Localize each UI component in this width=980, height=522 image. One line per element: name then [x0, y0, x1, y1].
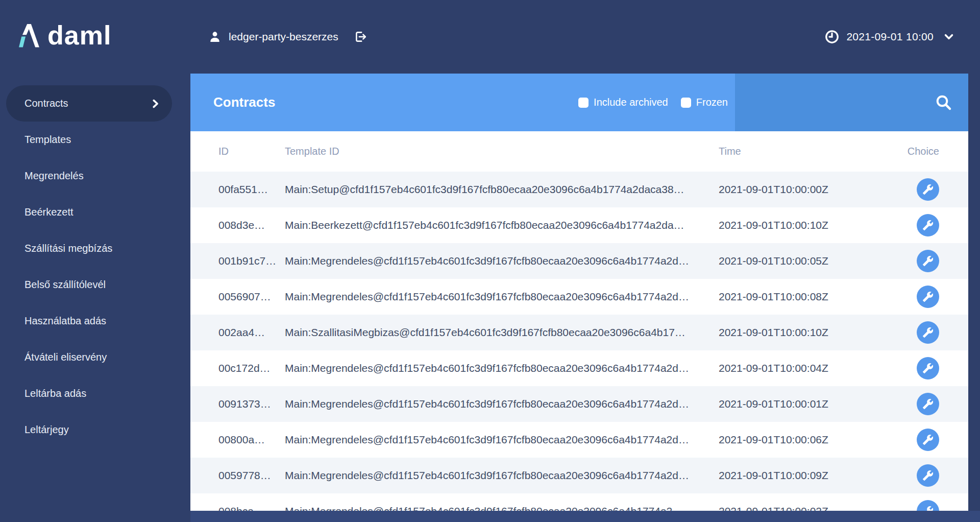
contract-time: 2021-09-01T10:00:00Z: [719, 183, 917, 196]
sidebar-item-label: Szállítási megbízás: [24, 243, 112, 254]
contract-template-id: Main:Megrendeles@cfd1f157eb4c601fc3d9f16…: [285, 291, 719, 303]
sidebar-item-label: Átváteli eliservény: [24, 351, 107, 363]
contract-id: 0056907…: [218, 291, 285, 303]
wrench-icon: [922, 220, 934, 231]
contract-time: 2021-09-01T10:00:02Z: [719, 505, 917, 511]
contracts-panel: Contracts Include archived Frozen: [190, 74, 968, 511]
sidebar-item[interactable]: Belső szállítólevél: [0, 267, 190, 303]
table-row[interactable]: 00fa551… Main:Setup@cfd1f157eb4c601fc3d9…: [190, 172, 968, 207]
sidebar-item-label: Megrendelés: [24, 170, 84, 182]
wrench-icon: [922, 506, 934, 511]
filter-checkbox[interactable]: Frozen: [681, 97, 728, 108]
chevron-right-icon: [150, 98, 161, 110]
contract-template-id: Main:Megrendeles@cfd1f157eb4c601fc3d9f16…: [285, 469, 719, 482]
sidebar-nav: Contracts Templates Megrendelés Beérkeze…: [0, 85, 190, 448]
choice-wrench-button[interactable]: [917, 250, 939, 272]
contract-template-id: Main:Megrendeles@cfd1f157eb4c601fc3d9f16…: [285, 398, 719, 410]
page-title: Contracts: [190, 74, 578, 131]
col-header-time: Time: [719, 146, 917, 157]
sidebar-item-label: Használatba adás: [24, 315, 106, 327]
table-row[interactable]: 002aa4… Main:SzallitasiMegbizas@cfd1f157…: [190, 315, 968, 350]
logo-wordmark: daml: [47, 22, 111, 49]
contracts-header-band: Contracts Include archived Frozen: [190, 74, 968, 131]
wrench-icon: [922, 363, 934, 374]
contract-id: 001b91c7…: [218, 255, 285, 267]
sidebar-item[interactable]: Templates: [0, 122, 190, 158]
checkbox-box[interactable]: [681, 98, 691, 108]
clock-icon: [824, 29, 840, 44]
sidebar-item[interactable]: Használatba adás: [0, 303, 190, 339]
checkbox-box[interactable]: [578, 98, 589, 108]
contract-id: 0091373…: [218, 398, 285, 410]
table-header: ID Template ID Time Choice: [190, 131, 968, 172]
sidebar-item[interactable]: Megrendelés: [0, 158, 190, 194]
contract-template-id: Main:Megrendeles@cfd1f157eb4c601fc3d9f16…: [285, 255, 719, 267]
person-icon: [208, 30, 222, 43]
contract-template-id: Main:Setup@cfd1f157eb4c601fc3d9f167fcfb8…: [285, 183, 719, 196]
bottom-scroll-strip: [190, 511, 980, 522]
sidebar-item[interactable]: Átváteli eliservény: [0, 339, 190, 375]
contract-time: 2021-09-01T10:00:06Z: [719, 434, 917, 446]
filter-label: Frozen: [696, 97, 728, 108]
sidebar-item-label: Templates: [24, 134, 71, 146]
table-row[interactable]: 0091373… Main:Megrendeles@cfd1f157eb4c60…: [190, 386, 968, 422]
contracts-table-body: 00fa551… Main:Setup@cfd1f157eb4c601fc3d9…: [190, 172, 968, 511]
sign-out-icon[interactable]: [354, 30, 367, 43]
col-header-id: ID: [218, 146, 285, 157]
app-root: { "colors": { "navy": "#2f3f6a", "navy_d…: [0, 0, 980, 522]
wrench-icon: [922, 327, 934, 338]
contract-template-id: Main:Megrendeles@cfd1f157eb4c601fc3d9f16…: [285, 505, 719, 511]
sidebar-item-label: Beérkezett: [24, 206, 74, 218]
table-row[interactable]: 0059778… Main:Megrendeles@cfd1f157eb4c60…: [190, 458, 968, 493]
contract-time: 2021-09-01T10:00:09Z: [719, 469, 917, 482]
table-row[interactable]: 008bca… Main:Megrendeles@cfd1f157eb4c601…: [190, 493, 968, 511]
filter-label: Include archived: [594, 97, 668, 108]
contract-id: 00c172d…: [218, 362, 285, 374]
search-button[interactable]: [935, 93, 953, 112]
sidebar-item-label: Leltárba adás: [24, 388, 86, 399]
search-zone: [735, 74, 968, 131]
ledger-time-value: 2021-09-01 10:00: [846, 31, 934, 43]
sidebar-item-label: Leltárjegy: [24, 424, 69, 436]
wrench-icon: [922, 291, 934, 302]
wrench-icon: [922, 184, 934, 195]
sidebar-item[interactable]: Beérkezett: [0, 194, 190, 230]
sidebar-item-label: Belső szállítólevél: [24, 279, 106, 291]
choice-wrench-button[interactable]: [917, 393, 939, 415]
choice-wrench-button[interactable]: [917, 321, 939, 344]
contract-template-id: Main:SzallitasiMegbizas@cfd1f157eb4c601f…: [285, 326, 719, 339]
choice-wrench-button[interactable]: [917, 429, 939, 451]
contract-time: 2021-09-01T10:00:05Z: [719, 255, 917, 267]
table-row[interactable]: 00c172d… Main:Megrendeles@cfd1f157eb4c60…: [190, 350, 968, 386]
sidebar-item[interactable]: Leltárjegy: [0, 412, 190, 448]
table-row[interactable]: 001b91c7… Main:Megrendeles@cfd1f157eb4c6…: [190, 243, 968, 279]
choice-wrench-button[interactable]: [917, 286, 939, 308]
col-header-choice: Choice: [908, 146, 939, 157]
contract-id: 008d3e…: [218, 219, 285, 231]
choice-wrench-button[interactable]: [917, 464, 939, 487]
filter-checkbox[interactable]: Include archived: [578, 97, 668, 108]
sidebar-item-label: Contracts: [24, 98, 68, 109]
table-row[interactable]: 0056907… Main:Megrendeles@cfd1f157eb4c60…: [190, 279, 968, 315]
col-header-template-id: Template ID: [285, 146, 719, 157]
contract-template-id: Main:Megrendeles@cfd1f157eb4c601fc3d9f16…: [285, 434, 719, 446]
contract-id: 002aa4…: [218, 326, 285, 339]
choice-wrench-button[interactable]: [917, 357, 939, 379]
contract-id: 00fa551…: [218, 183, 285, 196]
sidebar-item[interactable]: Leltárba adás: [0, 375, 190, 412]
contract-time: 2021-09-01T10:00:10Z: [719, 326, 917, 339]
sidebar-item[interactable]: Szállítási megbízás: [0, 230, 190, 267]
contract-time: 2021-09-01T10:00:08Z: [719, 291, 917, 303]
wrench-icon: [922, 398, 934, 410]
chevron-down-icon: [943, 31, 954, 42]
choice-wrench-button[interactable]: [917, 500, 939, 511]
table-row[interactable]: 00800a… Main:Megrendeles@cfd1f157eb4c601…: [190, 422, 968, 458]
table-row[interactable]: 008d3e… Main:Beerkezett@cfd1f157eb4c601f…: [190, 207, 968, 243]
contract-template-id: Main:Megrendeles@cfd1f157eb4c601fc3d9f16…: [285, 362, 719, 374]
choice-wrench-button[interactable]: [917, 178, 939, 201]
sidebar-item[interactable]: Contracts: [6, 85, 172, 122]
ledger-time-picker[interactable]: 2021-09-01 10:00: [824, 0, 954, 74]
contract-time: 2021-09-01T10:00:10Z: [719, 219, 917, 231]
choice-wrench-button[interactable]: [917, 214, 939, 236]
party-indicator: ledger-party-beszerzes: [208, 0, 367, 74]
